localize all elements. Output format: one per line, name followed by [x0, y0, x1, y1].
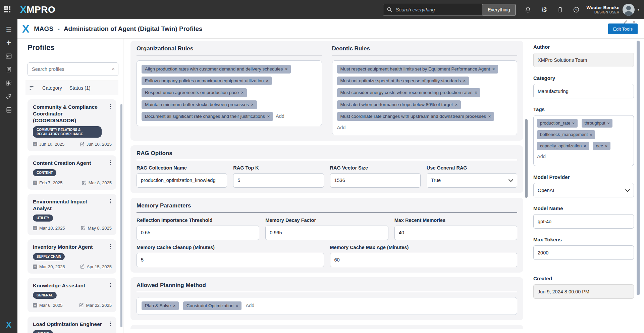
reflection-threshold-input[interactable] [137, 226, 259, 240]
remove-rule-icon[interactable]: × [266, 79, 268, 83]
edit-tools-button[interactable]: Edit Tools [608, 23, 638, 34]
profile-category-badge: UTILITY [33, 215, 53, 222]
help-icon[interactable]: ? [572, 6, 580, 14]
profile-card[interactable]: Community & Compliance Coordinator (COOR… [28, 99, 116, 151]
tag-chip: throughput× [582, 119, 613, 128]
profiles-search-input[interactable] [28, 62, 118, 76]
organizational-rules-box[interactable]: Align production rates with customer dem… [137, 60, 322, 126]
cache-max-age-input[interactable] [330, 253, 518, 267]
remove-rule-icon[interactable]: × [241, 90, 244, 95]
remove-tag-icon[interactable]: × [590, 133, 592, 137]
menu-hamburger-icon[interactable]: ☰ [0, 22, 17, 36]
add-new-icon[interactable]: + [0, 36, 17, 49]
top-navbar: XMPRO Everything ⚙ ? Wouter Beneke DESIG… [0, 0, 644, 19]
profile-modified-date: Mar 8, 2025 [89, 180, 112, 185]
max-tokens-input[interactable] [533, 245, 634, 260]
profiles-title: Profiles [28, 43, 118, 57]
created-date-icon: + [33, 226, 37, 230]
xmpro-logo[interactable]: XMPRO [20, 4, 55, 15]
filter-icon[interactable] [29, 85, 35, 91]
filter-category[interactable]: Category [42, 85, 62, 91]
card-menu-icon[interactable]: ⋮ [108, 159, 113, 165]
blocks-grid-icon[interactable] [0, 76, 17, 90]
max-recent-memories-input[interactable] [394, 226, 517, 240]
details-scrollbar-track [636, 39, 644, 333]
profile-card[interactable]: Content Creation Agent ⋮ CONTENT +Feb 7,… [28, 155, 116, 190]
card-menu-icon[interactable]: ⋮ [108, 103, 113, 109]
remove-tag-icon[interactable]: × [584, 144, 586, 148]
avatar[interactable] [623, 4, 635, 16]
apps-grid-icon[interactable] [4, 6, 11, 13]
document-list-icon[interactable] [0, 63, 17, 76]
profiles-list: Community & Compliance Coordinator (COOR… [28, 99, 119, 333]
model-name-input[interactable] [533, 214, 634, 229]
rag-vector-size-input[interactable] [330, 173, 421, 188]
remove-tag-icon[interactable]: × [607, 121, 610, 125]
remove-tag-icon[interactable]: × [572, 121, 575, 125]
remove-rule-icon[interactable]: × [285, 67, 287, 72]
details-scrollbar[interactable] [637, 41, 640, 295]
profile-card[interactable]: Inventory Monitor Agent ⋮ SUPPLY CHAIN +… [28, 239, 116, 274]
remove-method-icon[interactable]: × [173, 303, 175, 308]
remove-rule-icon[interactable]: × [251, 102, 254, 107]
card-menu-icon[interactable]: ⋮ [108, 198, 113, 204]
remove-rule-icon[interactable]: × [475, 90, 477, 95]
profile-dates: +Jun 10, 2025 Jun 10, 2025 [33, 142, 112, 147]
filter-status[interactable]: Status (1) [69, 85, 91, 91]
profile-name: Environmental Impact Analyst [33, 198, 112, 212]
profile-card[interactable]: Load Optimization Engineer ⋮ UTILITY +Ma… [28, 317, 116, 333]
rag-vector-size-label: RAG Vector Size [330, 165, 421, 171]
remove-method-icon[interactable]: × [236, 303, 238, 308]
link-chain-icon[interactable] [0, 90, 17, 103]
profile-name: Content Creation Agent [33, 160, 112, 166]
rag-topk-input[interactable] [233, 173, 324, 188]
add-rule-placeholder[interactable]: Add [337, 124, 513, 133]
remove-tag-icon[interactable]: × [605, 144, 607, 148]
memory-parameters-title: Memory Parameters [137, 202, 517, 212]
settings-gear-icon[interactable]: ⚙ [540, 6, 548, 14]
remove-rule-icon[interactable]: × [267, 114, 270, 119]
max-recent-memories-label: Max Recent Memories [394, 218, 517, 223]
notifications-bell-icon[interactable] [524, 6, 532, 14]
planning-method-box[interactable]: Plan & Solve× Constraint Optimization× A… [137, 297, 517, 315]
memory-decay-label: Memory Decay Factor [265, 218, 388, 223]
mobile-device-icon[interactable] [556, 6, 564, 14]
profiles-scrollbar[interactable] [120, 104, 122, 327]
memory-decay-input[interactable] [265, 226, 388, 240]
rag-collection-input[interactable] [137, 173, 227, 188]
remove-rule-icon[interactable]: × [463, 79, 466, 83]
model-name-label: Model Name [533, 205, 634, 211]
user-caret-down-icon[interactable]: ▾ [637, 7, 639, 12]
profile-card[interactable]: Knowledge Assistant ⋮ GENERAL +Mar 6, 20… [28, 278, 116, 312]
card-menu-icon[interactable]: ⋮ [108, 243, 113, 249]
add-tag-placeholder[interactable]: Add [537, 153, 630, 162]
deontic-rules-box[interactable]: Must respect equipment health limits set… [332, 60, 518, 135]
details-divider [533, 270, 634, 270]
author-label: Author [533, 44, 634, 50]
card-menu-icon[interactable]: ⋮ [108, 321, 113, 327]
remove-rule-icon[interactable]: × [488, 114, 491, 119]
calculator-table-icon[interactable] [0, 103, 17, 116]
search-scope-button[interactable]: Everything [482, 4, 516, 15]
rag-collection-field: RAG Collection Name [137, 165, 227, 188]
dashboard-window-icon[interactable] [0, 49, 17, 63]
use-general-rag-select[interactable]: True [427, 173, 517, 188]
add-method-placeholder[interactable]: Add [246, 303, 255, 308]
main-scrollbar[interactable] [525, 119, 528, 198]
profile-created-date: Feb 7, 2025 [39, 180, 62, 185]
cache-cleanup-input[interactable] [137, 253, 324, 267]
remove-rule-icon[interactable]: × [492, 67, 495, 72]
tags-box[interactable]: production_rate× throughput× bottleneck_… [533, 115, 634, 166]
rail-x-logo[interactable]: X [6, 320, 11, 330]
profile-card[interactable]: Environmental Impact Analyst ⋮ UTILITY +… [28, 194, 116, 235]
remove-rule-icon[interactable]: × [455, 102, 458, 107]
clear-search-icon[interactable]: × [112, 66, 115, 72]
tags-label: Tags [533, 106, 634, 112]
model-provider-select[interactable]: OpenAI [533, 183, 634, 197]
category-input[interactable] [533, 84, 634, 98]
main-content: Organizational Rules Align production ra… [123, 39, 529, 333]
user-menu[interactable]: Wouter Beneke DESIGN USER [586, 5, 619, 14]
search-input[interactable] [395, 7, 482, 12]
add-rule-placeholder[interactable]: Add [276, 113, 284, 119]
card-menu-icon[interactable]: ⋮ [108, 282, 113, 288]
